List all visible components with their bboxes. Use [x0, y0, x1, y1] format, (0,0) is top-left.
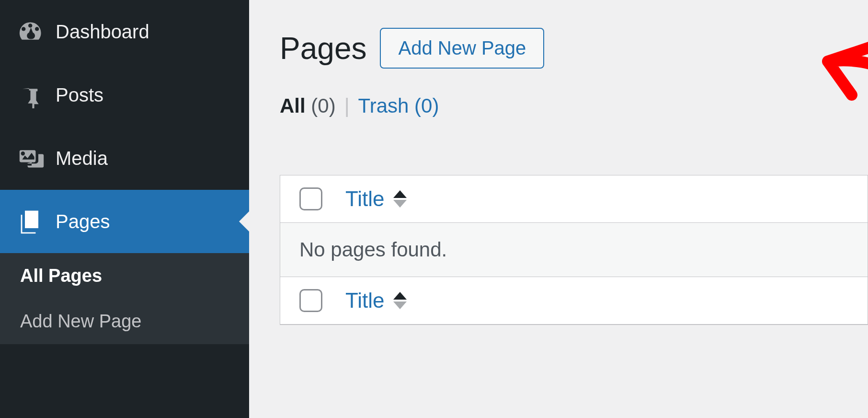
dashboard-icon [18, 18, 45, 45]
filter-all[interactable]: All (0) [280, 94, 336, 117]
filter-separator: | [344, 94, 350, 117]
sidebar-subitem-all-pages[interactable]: All Pages [0, 253, 249, 299]
column-header-title[interactable]: Title [345, 187, 407, 211]
filter-links: All (0) | Trash (0) [280, 94, 868, 117]
sort-icon [393, 190, 407, 208]
filter-trash[interactable]: Trash (0) [358, 94, 439, 117]
table-header-row: Title [280, 175, 868, 223]
table-empty-row: No pages found. [280, 223, 868, 277]
sidebar-subitem-add-new-page[interactable]: Add New Page [0, 299, 249, 344]
sidebar-sublabel-add-new-page: Add New Page [20, 311, 142, 332]
pages-icon [18, 208, 45, 235]
column-title-label-footer: Title [345, 289, 385, 313]
sort-icon [393, 292, 407, 309]
filter-all-label: All [280, 94, 306, 117]
sidebar-sublabel-all-pages: All Pages [20, 266, 102, 286]
filter-trash-count: (0) [414, 94, 439, 117]
empty-message: No pages found. [299, 238, 447, 261]
sidebar-label-posts: Posts [56, 84, 103, 106]
sidebar-label-dashboard: Dashboard [56, 21, 149, 43]
main-content: Pages Add New Page All (0) | Trash (0) T… [249, 0, 868, 418]
page-header: Pages Add New Page [280, 28, 868, 69]
column-title-label: Title [345, 187, 385, 211]
column-footer-title[interactable]: Title [345, 289, 407, 313]
sidebar-label-pages: Pages [56, 211, 110, 232]
filter-all-count: (0) [311, 94, 335, 117]
admin-sidebar: Dashboard Posts Media Pages All Pages Ad… [0, 0, 249, 418]
select-all-checkbox-bottom[interactable] [299, 289, 322, 312]
sidebar-item-media[interactable]: Media [0, 127, 249, 190]
pin-icon [18, 81, 45, 108]
sidebar-item-posts[interactable]: Posts [0, 63, 249, 127]
select-all-checkbox-top[interactable] [299, 187, 322, 210]
page-title: Pages [280, 31, 366, 66]
filter-trash-label: Trash [358, 94, 409, 117]
sidebar-item-dashboard[interactable]: Dashboard [0, 0, 249, 63]
add-new-page-button[interactable]: Add New Page [380, 28, 544, 69]
pages-table: Title No pages found. Title [280, 175, 868, 325]
table-footer-row: Title [280, 277, 868, 325]
sidebar-label-media: Media [56, 148, 108, 169]
sidebar-item-pages[interactable]: Pages [0, 190, 249, 253]
media-icon [18, 145, 45, 172]
